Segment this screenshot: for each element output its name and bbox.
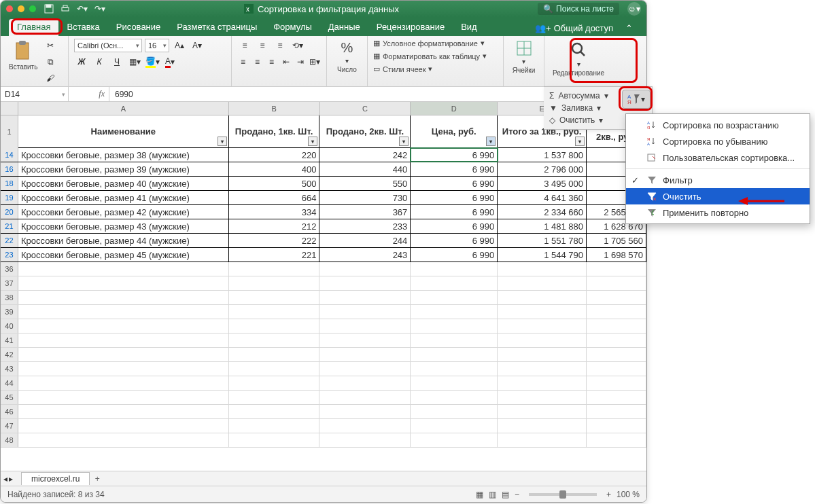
borders-icon[interactable]: ▦▾	[127, 55, 142, 69]
cell[interactable]	[18, 334, 229, 347]
cell[interactable]: 334	[229, 205, 320, 219]
cell[interactable]	[498, 334, 587, 347]
cell[interactable]	[587, 305, 646, 319]
tab-formulas[interactable]: Формулы	[265, 19, 320, 36]
cell[interactable]	[18, 319, 229, 333]
menu-sort-asc[interactable]: АЯСортировка по возрастанию	[626, 117, 810, 133]
select-all-corner[interactable]	[1, 102, 18, 115]
cell[interactable]	[411, 405, 498, 418]
cell[interactable]: 367	[319, 205, 411, 219]
cell[interactable]: Кроссовки беговые, размер 38 (мужские)	[18, 148, 229, 162]
col-header[interactable]: A	[18, 102, 229, 115]
view-normal-icon[interactable]: ▦	[476, 490, 483, 499]
menu-custom-sort[interactable]: Пользовательская сортировка...	[626, 149, 810, 166]
align-center-icon[interactable]: ≡	[252, 55, 263, 69]
row-header[interactable]: 21	[1, 219, 18, 233]
decrease-font-icon[interactable]: A▾	[190, 39, 205, 52]
cell[interactable]	[498, 291, 587, 304]
cell[interactable]	[18, 362, 229, 376]
align-middle-icon[interactable]: ≡	[255, 39, 270, 52]
cell[interactable]	[411, 433, 498, 447]
font-size-combo[interactable]: 16	[145, 39, 169, 52]
number-format-button[interactable]: %▾ Число	[332, 39, 362, 75]
cell[interactable]: 212	[229, 219, 320, 233]
cell[interactable]: 2 334 660	[498, 205, 587, 219]
cell[interactable]	[18, 405, 229, 418]
row-header[interactable]: 47	[1, 419, 18, 433]
cell[interactable]	[229, 262, 320, 276]
editing-button[interactable]: ▾ Редактирование	[550, 39, 607, 78]
cell[interactable]: 664	[229, 191, 320, 204]
cell[interactable]: 233	[319, 219, 411, 233]
cell[interactable]	[498, 305, 587, 319]
cell[interactable]: 550	[319, 177, 411, 190]
cell[interactable]: 222	[229, 234, 320, 247]
cell[interactable]	[411, 348, 498, 361]
menu-sort-desc[interactable]: ЯАСортировка по убыванию	[626, 133, 810, 149]
cut-icon[interactable]: ✂	[43, 39, 58, 52]
cell[interactable]	[229, 419, 320, 433]
row-header[interactable]: 22	[1, 234, 18, 247]
filter-dropdown-icon[interactable]: ▾	[399, 137, 409, 146]
cell[interactable]: Кроссовки беговые, размер 42 (мужские)	[18, 205, 229, 219]
cell[interactable]	[587, 391, 646, 404]
format-painter-icon[interactable]: 🖌	[43, 71, 58, 85]
row-header[interactable]: 14	[1, 148, 18, 162]
cell[interactable]	[229, 348, 320, 361]
font-color-icon[interactable]: A▾	[162, 55, 177, 69]
cell[interactable]	[18, 262, 229, 276]
cell[interactable]: 500	[229, 177, 320, 190]
cell[interactable]: Кроссовки беговые, размер 39 (мужские)	[18, 162, 229, 176]
row-header[interactable]: 36	[1, 262, 18, 276]
cell[interactable]	[587, 291, 646, 304]
zoom-out-icon[interactable]: −	[515, 490, 519, 499]
filter-active-icon[interactable]: ▾	[486, 137, 496, 146]
cell[interactable]: 1 537 800	[498, 148, 587, 162]
cell[interactable]: 1 551 780	[498, 234, 587, 247]
cell[interactable]	[498, 276, 587, 290]
font-name-combo[interactable]: Calibri (Осн...	[74, 39, 142, 52]
row-header[interactable]: 1	[1, 115, 18, 148]
paste-button[interactable]: Вставить	[6, 39, 40, 85]
cell[interactable]	[319, 419, 411, 433]
cell[interactable]	[587, 419, 646, 433]
share-button[interactable]: 👥+ Общий доступ	[528, 20, 620, 36]
cell[interactable]	[587, 334, 646, 347]
cell[interactable]: Кроссовки беговые, размер 43 (мужские)	[18, 219, 229, 233]
copy-icon[interactable]: ⧉	[43, 55, 58, 69]
cell[interactable]	[229, 362, 320, 376]
bold-button[interactable]: Ж	[74, 55, 89, 69]
window-minimize-icon[interactable]	[18, 5, 24, 12]
row-header[interactable]: 20	[1, 205, 18, 219]
indent-dec-icon[interactable]: ⇤	[280, 55, 292, 69]
cell[interactable]: 6 990	[411, 234, 498, 247]
cell[interactable]	[411, 319, 498, 333]
cell[interactable]: Кроссовки беговые, размер 41 (мужские)	[18, 191, 229, 204]
menu-filter[interactable]: ✓Фильтр	[626, 172, 810, 188]
cell[interactable]: 440	[319, 162, 411, 176]
cell[interactable]	[319, 262, 411, 276]
sort-filter-button[interactable]: АЯ▾	[622, 90, 651, 109]
cell[interactable]	[229, 276, 320, 290]
cell[interactable]	[498, 419, 587, 433]
cell[interactable]: 1 705 560	[587, 234, 646, 247]
cell[interactable]: 2 796 000	[498, 162, 587, 176]
cell[interactable]: 730	[319, 191, 411, 204]
cell[interactable]: Кроссовки беговые, размер 44 (мужские)	[18, 234, 229, 247]
cell[interactable]	[18, 419, 229, 433]
cell[interactable]	[498, 348, 587, 361]
cells-button[interactable]: ▾ Ячейки	[509, 39, 538, 75]
cell[interactable]	[587, 348, 646, 361]
spreadsheet-grid[interactable]: A B C D E F 1 Наименование▾ Продано, 1кв…	[1, 102, 646, 486]
cell[interactable]: 6 990	[411, 162, 498, 176]
cell[interactable]	[411, 334, 498, 347]
row-header[interactable]: 19	[1, 191, 18, 204]
zoom-slider[interactable]	[529, 493, 597, 496]
cell[interactable]	[229, 319, 320, 333]
cell[interactable]	[18, 305, 229, 319]
cell[interactable]	[411, 362, 498, 376]
cell[interactable]	[229, 291, 320, 304]
row-header[interactable]: 46	[1, 405, 18, 418]
conditional-formatting-button[interactable]: ▦ Условное форматирование ▾	[373, 39, 498, 48]
cell[interactable]	[18, 276, 229, 290]
